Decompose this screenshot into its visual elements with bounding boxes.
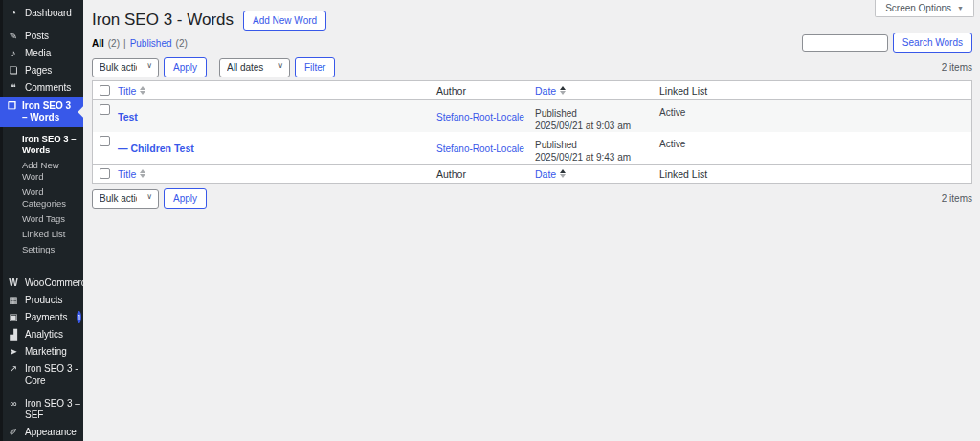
column-header-linked-list: Linked List <box>659 81 971 99</box>
sidebar-item-label: Appearance <box>25 427 77 438</box>
table-footer-row: Title Author Date Linked List <box>93 164 971 183</box>
page-title: Iron SEO 3 - Words <box>92 10 234 31</box>
row-status: Published <box>535 139 659 151</box>
view-separator: | <box>123 38 126 49</box>
sidebar-submenu: Iron SEO 3 – Words Add New Word Word Cat… <box>0 127 83 263</box>
row-checkbox[interactable] <box>100 104 110 115</box>
row-date-value: 2025/09/21 at 9:03 am <box>535 120 659 132</box>
bottom-toolbar: Bulk actions ∨ Apply 2 items <box>92 188 972 209</box>
sidebar-item-label: Media <box>25 48 51 59</box>
sidebar-item-label: Payments <box>25 312 67 323</box>
sidebar-item-analytics[interactable]: ▟ Analytics <box>0 326 83 343</box>
search-input[interactable] <box>802 34 888 52</box>
view-all-link[interactable]: All <box>92 38 104 49</box>
sidebar-item-label: Posts <box>25 31 49 42</box>
sidebar-item-label: WooCommerce <box>25 277 91 289</box>
submenu-item-linked-list[interactable]: Linked List <box>0 227 83 242</box>
page-header: Iron SEO 3 - Words Add New Word <box>92 10 972 31</box>
items-count-bottom: 2 items <box>942 193 972 204</box>
items-count: 2 items <box>942 62 972 73</box>
content-area: Screen Options ▼ Iron SEO 3 - Words Add … <box>83 0 980 441</box>
sidebar-edge-strip <box>0 0 3 441</box>
add-new-word-button[interactable]: Add New Word <box>243 11 326 31</box>
column-header-label: Title <box>118 85 136 97</box>
sidebar-separator <box>0 263 83 275</box>
sidebar-item-label: Comments <box>25 82 71 94</box>
chart-icon: ↗ <box>8 364 19 375</box>
megaphone-icon: ➤ <box>8 346 19 358</box>
sidebar-item-dashboard[interactable]: ◔ Dashboard <box>0 5 83 22</box>
bulk-actions-select-bottom[interactable]: Bulk actions <box>92 189 159 209</box>
row-status: Published <box>535 107 659 120</box>
column-header-label: Author <box>436 168 466 180</box>
words-list-table: Title Author Date Linked List Test Ste <box>92 80 972 184</box>
sidebar-item-media[interactable]: ♪ Media <box>0 45 83 62</box>
select-all-checkbox[interactable] <box>100 168 110 179</box>
row-author-link[interactable]: Stefano-Root-Locale <box>436 143 524 154</box>
sidebar-item-products[interactable]: ▦ Products <box>0 292 83 309</box>
sidebar-item-label: Products <box>25 295 62 306</box>
submenu-item-word-categories[interactable]: Word Categories <box>0 185 83 211</box>
date-filter-select[interactable]: All dates <box>219 58 290 77</box>
sort-icon <box>560 169 566 178</box>
sidebar-item-label: Dashboard <box>25 8 72 19</box>
screen-options-button[interactable]: Screen Options ▼ <box>875 0 974 17</box>
column-footer-linked-list: Linked List <box>659 165 971 183</box>
row-date-value: 2025/09/21 at 9:43 am <box>535 151 659 164</box>
select-all-checkbox[interactable] <box>100 85 110 96</box>
comment-icon: ❝ <box>8 82 19 94</box>
submenu-item-settings[interactable]: Settings <box>0 242 83 257</box>
row-title-link[interactable]: Test <box>118 111 138 122</box>
sort-icon <box>140 86 145 95</box>
sort-icon <box>560 86 566 95</box>
sidebar-item-woocommerce[interactable]: W WooCommerce <box>0 275 83 292</box>
sidebar-item-label: Iron SEO 3 – Words <box>22 100 78 123</box>
sort-icon <box>140 169 145 178</box>
column-header-label: Date <box>535 85 556 97</box>
column-header-date[interactable]: Date <box>535 81 659 99</box>
sidebar-item-label: Analytics <box>25 329 63 341</box>
sidebar-item-iron-seo-words-active[interactable]: ❐ Iron SEO 3 – Words <box>0 97 83 127</box>
column-footer-author: Author <box>436 165 535 183</box>
row-author-link[interactable]: Stefano-Root-Locale <box>436 112 524 122</box>
column-header-label: Author <box>436 85 466 97</box>
sidebar-item-pages[interactable]: ❏ Pages <box>0 62 83 79</box>
sidebar-item-label: Iron SEO 3 - Core <box>25 364 80 386</box>
payments-icon: ▣ <box>8 312 19 323</box>
apply-button[interactable]: Apply <box>164 57 207 77</box>
sidebar-item-iron-seo-core[interactable]: ↗ Iron SEO 3 - Core <box>0 361 83 389</box>
bulk-actions-select[interactable]: Bulk actions <box>92 58 159 77</box>
brush-icon: ✐ <box>8 427 19 438</box>
table-row: — Children Test Stefano-Root-Locale Publ… <box>93 132 971 164</box>
chevron-down-icon: ▼ <box>957 5 964 11</box>
media-icon: ♪ <box>8 48 19 59</box>
column-header-title[interactable]: Title <box>118 81 436 99</box>
apply-button-bottom[interactable]: Apply <box>164 188 207 209</box>
sidebar-item-appearance[interactable]: ✐ Appearance <box>0 424 83 441</box>
search-words-button[interactable]: Search Words <box>893 33 972 53</box>
row-linked-list-status: Active <box>659 132 971 164</box>
view-all-count: (2) <box>108 38 120 49</box>
row-title-link[interactable]: — Children Test <box>118 143 194 154</box>
sidebar-item-posts[interactable]: ✎ Posts <box>0 28 83 45</box>
row-checkbox[interactable] <box>100 136 110 146</box>
submenu-item-word-tags[interactable]: Word Tags <box>0 211 83 227</box>
dashboard-icon: ◔ <box>8 8 19 19</box>
sidebar-item-comments[interactable]: ❝ Comments <box>0 79 83 97</box>
sidebar-item-iron-seo-sef[interactable]: ∞ Iron SEO 3 – SEF <box>0 395 83 424</box>
column-footer-title[interactable]: Title <box>118 165 436 183</box>
submenu-item-iron-seo-words[interactable]: Iron SEO 3 – Words <box>0 131 83 158</box>
column-header-label: Title <box>118 168 136 180</box>
sidebar-item-payments[interactable]: ▣ Payments 1 <box>0 309 83 326</box>
submenu-item-add-new-word[interactable]: Add New Word <box>0 158 83 185</box>
view-published-link[interactable]: Published <box>130 38 172 49</box>
payments-count-badge: 1 <box>77 311 81 323</box>
admin-sidebar: ◔ Dashboard ✎ Posts ♪ Media ❏ Pages ❝ Co… <box>0 0 83 441</box>
top-toolbar: Bulk actions ∨ Apply All dates ∨ Filter … <box>92 57 972 77</box>
filter-button[interactable]: Filter <box>295 57 335 77</box>
sidebar-item-label: Iron SEO 3 – SEF <box>25 398 80 421</box>
analytics-icon: ▟ <box>8 329 19 341</box>
sidebar-item-marketing[interactable]: ➤ Marketing <box>0 343 83 361</box>
column-footer-date[interactable]: Date <box>535 165 659 183</box>
column-header-label: Date <box>535 168 556 180</box>
